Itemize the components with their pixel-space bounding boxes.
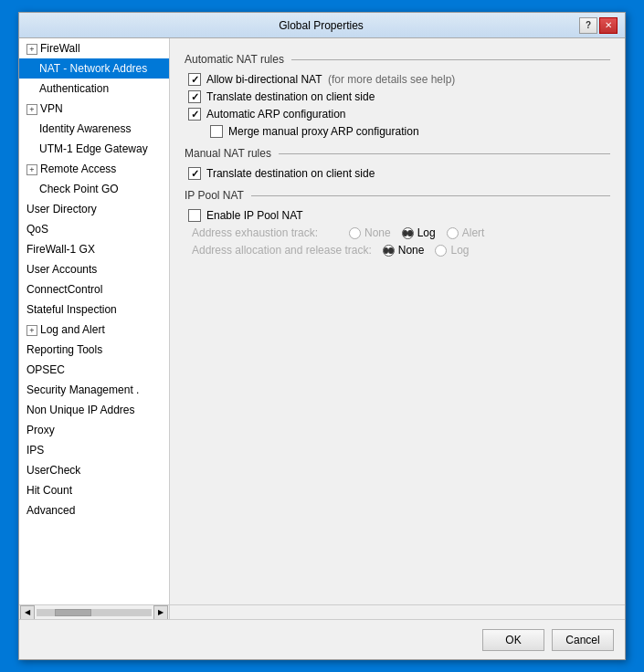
sidebar-label-authentication: Authentication (39, 82, 109, 95)
sidebar-label-opsec: OPSEC (26, 363, 65, 376)
sidebar-label-advanced: Advanced (26, 504, 75, 517)
sidebar-item-remote-access[interactable]: +Remote Access (19, 159, 169, 179)
sidebar-item-qos[interactable]: QoS (19, 219, 169, 239)
sidebar-item-non-unique-ip[interactable]: Non Unique IP Addres (19, 400, 169, 420)
expand-icon-remote-access[interactable]: + (26, 164, 37, 175)
sidebar-item-advanced[interactable]: Advanced (19, 500, 169, 520)
title-bar-buttons: ? ✕ (579, 17, 618, 34)
ip-pool-nat-label: IP Pool NAT (185, 189, 244, 202)
sidebar-item-checkpoint-go[interactable]: Check Point GO (19, 179, 169, 199)
sidebar-item-stateful-inspection[interactable]: Stateful Inspection (19, 299, 169, 320)
sidebar-label-user-directory: User Directory (26, 203, 97, 215)
sidebar-item-security-mgmt[interactable]: Security Management . (19, 380, 169, 400)
sidebar: +FireWallNAT - Network AddresAuthenticat… (19, 38, 170, 604)
sidebar-label-user-accounts: User Accounts (26, 263, 97, 276)
checkbox-enable-ip-pool[interactable] (188, 209, 201, 222)
checkbox-enable-ip-pool-row: Enable IP Pool NAT (185, 209, 610, 222)
radio-log2-label: Log (450, 244, 469, 257)
sidebar-label-firewall1-gx: FireWall-1 GX (26, 243, 95, 256)
radio-alert1[interactable]: Alert (447, 226, 485, 239)
radio-none2-circle (383, 245, 395, 257)
sidebar-item-user-directory[interactable]: User Directory (19, 199, 169, 219)
sidebar-label-vpn: VPN (40, 102, 63, 115)
checkbox-bi-directional-row: Allow bi-directional NAT (for more detai… (185, 73, 610, 86)
radio-none2[interactable]: None (383, 244, 425, 257)
checkbox-auto-arp[interactable] (188, 108, 201, 121)
address-exhaustion-row: Address exhaustion track: None Log Alert (185, 226, 610, 239)
sidebar-item-connectcontrol[interactable]: ConnectControl (19, 279, 169, 299)
bottom-bar: OK Cancel (19, 619, 625, 659)
checkbox-bi-directional[interactable] (188, 73, 201, 86)
automatic-nat-header: Automatic NAT rules (185, 53, 610, 66)
sidebar-item-firewall1-gx[interactable]: FireWall-1 GX (19, 239, 169, 259)
address-exhaustion-label: Address exhaustion track: (192, 226, 338, 239)
checkbox-merge-proxy-arp[interactable] (210, 125, 223, 138)
sidebar-item-usercheck[interactable]: UserCheck (19, 460, 169, 480)
sidebar-label-hit-count: Hit Count (26, 484, 72, 497)
radio-log2[interactable]: Log (435, 244, 469, 257)
sidebar-item-vpn[interactable]: +VPN (19, 99, 169, 119)
address-allocation-row: Address allocation and release track: No… (185, 244, 610, 257)
checkbox-translate-dest-manual[interactable] (188, 167, 201, 180)
sidebar-item-reporting-tools[interactable]: Reporting Tools (19, 340, 169, 360)
sidebar-item-ips[interactable]: IPS (19, 440, 169, 460)
sidebar-item-identity-awareness[interactable]: Identity Awareness (19, 119, 169, 139)
sidebar-label-usercheck: UserCheck (26, 464, 80, 477)
close-button[interactable]: ✕ (599, 17, 618, 34)
sidebar-item-user-accounts[interactable]: User Accounts (19, 259, 169, 279)
automatic-nat-label: Automatic NAT rules (185, 53, 284, 66)
checkbox-merge-proxy-arp-label: Merge manual proxy ARP configuration (228, 125, 419, 138)
sidebar-label-stateful-inspection: Stateful Inspection (26, 303, 117, 316)
content-area: +FireWallNAT - Network AddresAuthenticat… (19, 38, 625, 604)
sidebar-item-authentication[interactable]: Authentication (19, 79, 169, 99)
checkbox-enable-ip-pool-label: Enable IP Pool NAT (206, 209, 303, 222)
sidebar-label-reporting-tools: Reporting Tools (26, 343, 102, 356)
checkbox-translate-dest-manual-row: Translate destination on client side (185, 167, 610, 180)
checkbox-auto-arp-label: Automatic ARP configuration (206, 108, 346, 121)
checkbox-translate-dest-auto-row: Translate destination on client side (185, 90, 610, 103)
cancel-button[interactable]: Cancel (552, 629, 614, 651)
checkbox-merge-proxy-arp-row: Merge manual proxy ARP configuration (185, 125, 610, 138)
sidebar-label-security-mgmt: Security Management . (26, 383, 139, 396)
radio-none1[interactable]: None (349, 226, 391, 239)
sidebar-item-firewall[interactable]: +FireWall (19, 38, 169, 58)
help-button[interactable]: ? (579, 17, 597, 34)
sidebar-item-hit-count[interactable]: Hit Count (19, 480, 169, 500)
sidebar-label-checkpoint-go: Check Point GO (39, 183, 119, 195)
automatic-nat-line (291, 59, 610, 60)
sidebar-label-ips: IPS (26, 444, 44, 457)
expand-icon-vpn[interactable]: + (26, 104, 37, 115)
radio-log1-circle (402, 227, 414, 239)
sidebar-item-log-and-alert[interactable]: +Log and Alert (19, 320, 169, 340)
dialog-title: Global Properties (63, 19, 579, 32)
scroll-track (37, 609, 152, 616)
sidebar-label-log-and-alert: Log and Alert (40, 323, 105, 336)
sidebar-label-non-unique-ip: Non Unique IP Addres (26, 404, 135, 416)
ip-pool-nat-header: IP Pool NAT (185, 189, 610, 202)
sidebar-scrollbar-area: ◀ ▶ (19, 604, 625, 619)
radio-none1-label: None (364, 226, 391, 239)
expand-icon-firewall[interactable]: + (26, 44, 37, 55)
radio-alert1-label: Alert (462, 226, 485, 239)
expand-icon-log-and-alert[interactable]: + (26, 325, 37, 336)
sidebar-label-connectcontrol: ConnectControl (26, 283, 102, 296)
sidebar-scrollbar: ◀ ▶ (19, 605, 170, 619)
sidebar-label-identity-awareness: Identity Awareness (39, 122, 132, 135)
ip-pool-nat-line (251, 195, 610, 196)
ok-button[interactable]: OK (482, 629, 544, 651)
scroll-thumb[interactable] (55, 609, 91, 616)
main-scrollbar-spacer (170, 605, 625, 619)
radio-alert1-circle (447, 227, 459, 239)
manual-nat-line (279, 153, 610, 154)
sidebar-item-proxy[interactable]: Proxy (19, 420, 169, 440)
sidebar-item-utm1-edge[interactable]: UTM-1 Edge Gateway (19, 139, 169, 159)
manual-nat-header: Manual NAT rules (185, 147, 610, 160)
scroll-right-arrow[interactable]: ▶ (153, 605, 168, 620)
sidebar-item-nat[interactable]: NAT - Network Addres (19, 58, 169, 79)
main-panel: Automatic NAT rules Allow bi-directional… (170, 38, 625, 604)
checkbox-translate-dest-auto[interactable] (188, 90, 201, 103)
scroll-left-arrow[interactable]: ◀ (20, 605, 35, 620)
sidebar-label-utm1-edge: UTM-1 Edge Gateway (39, 142, 148, 155)
sidebar-item-opsec[interactable]: OPSEC (19, 360, 169, 380)
radio-log1[interactable]: Log (402, 226, 436, 239)
